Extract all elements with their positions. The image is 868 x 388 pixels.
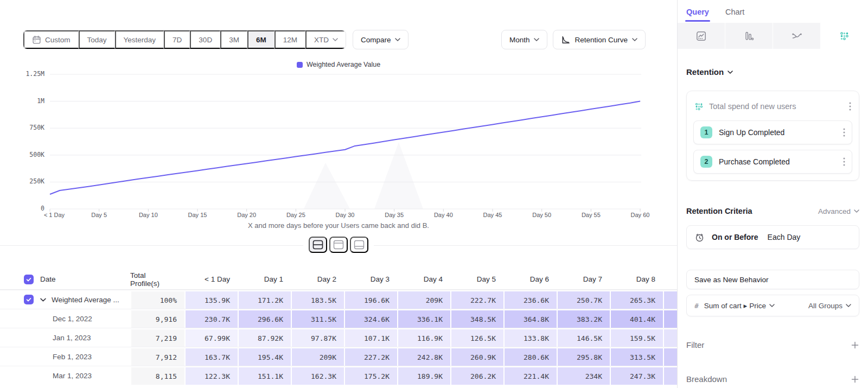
- tab-query[interactable]: Query: [686, 8, 709, 22]
- retention-value-cell[interactable]: 87.92K: [238, 328, 291, 347]
- retention-value-cell[interactable]: 295.8K: [557, 347, 610, 366]
- row-checkbox-checked[interactable]: [24, 275, 34, 284]
- retention-value-cell[interactable]: 230.7K: [184, 309, 238, 328]
- retention-value-cell[interactable]: 311.5K: [291, 309, 344, 328]
- retention-value-cell[interactable]: 107.1K: [344, 328, 397, 347]
- retention-value-cell[interactable]: 195.4K: [238, 347, 291, 366]
- column-header[interactable]: Day 1: [238, 269, 291, 289]
- chart-only-toggle[interactable]: [329, 237, 348, 253]
- column-header[interactable]: < 1 Day: [184, 269, 238, 289]
- expand-row-button[interactable]: [40, 298, 46, 302]
- kebab-icon: [843, 128, 845, 137]
- retention-value-cell[interactable]: 171.2K: [238, 290, 291, 309]
- criteria-mode-dropdown[interactable]: Advanced: [818, 207, 859, 215]
- retention-value-cell[interactable]: 336.1K: [397, 309, 450, 328]
- report-tab-retention[interactable]: [821, 23, 868, 49]
- report-tab-flows[interactable]: [773, 23, 821, 49]
- report-tab-funnels[interactable]: [725, 23, 773, 49]
- weighted-average-line[interactable]: [50, 101, 640, 194]
- table-row[interactable]: Weighted Average ...100%135.9K171.2K183.…: [0, 290, 677, 309]
- retention-value-cell[interactable]: 280.6K: [503, 347, 557, 366]
- retention-value-cell[interactable]: 247.3K: [610, 366, 663, 385]
- retention-value-cell[interactable]: 348.5K: [450, 309, 503, 328]
- retention-value-cell[interactable]: 260.9K: [450, 347, 503, 366]
- retention-value-cell[interactable]: 364.8K: [503, 309, 557, 328]
- retention-value-cell[interactable]: 116.9K: [397, 328, 450, 347]
- retention-value-cell[interactable]: 401.4K: [610, 309, 663, 328]
- behavior-menu-button[interactable]: [849, 102, 851, 111]
- retention-value-cell[interactable]: 209K: [291, 347, 344, 366]
- retention-value-cell[interactable]: 122.3K: [184, 366, 238, 385]
- split-view-icon: [312, 240, 323, 250]
- retention-value-cell[interactable]: 97.87K: [291, 328, 344, 347]
- retention-value-cell[interactable]: 175.2K: [344, 366, 397, 385]
- row-checkbox-checked[interactable]: [24, 295, 34, 304]
- column-header[interactable]: Day 8: [610, 269, 663, 289]
- clipped-value-cell: [663, 347, 677, 366]
- column-header[interactable]: Day 7: [557, 269, 610, 289]
- retention-value-cell[interactable]: 222.7K: [450, 290, 503, 309]
- table-row[interactable]: Jan 1, 20237,21967.99K87.92K97.87K107.1K…: [0, 328, 677, 347]
- retention-value-cell[interactable]: 227.2K: [344, 347, 397, 366]
- retention-value-cell[interactable]: 163.7K: [184, 347, 238, 366]
- row-label-cell: Jan 1, 2023: [0, 328, 130, 347]
- table-row[interactable]: Mar 1, 20238,115122.3K151.1K162.3K175.2K…: [0, 366, 677, 385]
- kebab-icon: [843, 157, 845, 166]
- criteria-card[interactable]: On or Before Each Day: [686, 225, 859, 249]
- column-header[interactable]: Day 6: [503, 269, 557, 289]
- column-header[interactable]: Day 5: [450, 269, 503, 289]
- retention-value-cell[interactable]: 265.3K: [610, 290, 663, 309]
- retention-value-cell[interactable]: 234K: [557, 366, 610, 385]
- retention-value-cell[interactable]: 189.9K: [397, 366, 450, 385]
- table-row[interactable]: Feb 1, 20237,912163.7K195.4K209K227.2K24…: [0, 347, 677, 366]
- table-only-toggle[interactable]: [350, 237, 368, 253]
- step-menu-button[interactable]: [843, 128, 845, 137]
- retention-value-cell[interactable]: 151.1K: [238, 366, 291, 385]
- retention-value-cell[interactable]: 296.6K: [238, 309, 291, 328]
- retention-value-cell[interactable]: 242.8K: [397, 347, 450, 366]
- save-as-new-behavior-button[interactable]: Save as New Behavior: [686, 270, 859, 289]
- behavior-step-1[interactable]: 1Sign Up Completed: [693, 120, 852, 144]
- report-tab-insights[interactable]: [678, 23, 725, 49]
- retention-value-cell[interactable]: 159.5K: [610, 328, 663, 347]
- behavior-step-2[interactable]: 2Purchase Completed: [693, 150, 852, 174]
- retention-value-cell[interactable]: 236.6K: [503, 290, 557, 309]
- retention-value-cell[interactable]: 133.8K: [503, 328, 557, 347]
- retention-value-cell[interactable]: 162.3K: [291, 366, 344, 385]
- background-watermark: [374, 142, 423, 209]
- step-menu-button[interactable]: [843, 157, 845, 166]
- retention-value-cell[interactable]: 183.5K: [291, 290, 344, 309]
- column-header[interactable]: Total Profile(s): [130, 269, 184, 289]
- retention-value-cell[interactable]: 250.7K: [557, 290, 610, 309]
- retention-value-cell[interactable]: 221.4K: [503, 366, 557, 385]
- retention-value-cell[interactable]: 146.5K: [557, 328, 610, 347]
- column-header[interactable]: Day 2: [291, 269, 344, 289]
- column-header[interactable]: Day 3: [344, 269, 397, 289]
- retention-icon: [839, 31, 850, 41]
- retention-value-cell[interactable]: 209K: [397, 290, 450, 309]
- add-filter-button[interactable]: [851, 341, 859, 349]
- retention-value-cell[interactable]: 67.99K: [184, 328, 238, 347]
- retention-value-cell[interactable]: 206.2K: [450, 366, 503, 385]
- criteria-condition: On or Before: [712, 233, 758, 241]
- column-header[interactable]: Day 4: [397, 269, 450, 289]
- all-groups-label: All Groups: [808, 302, 843, 310]
- criteria-unit: Each Day: [768, 233, 801, 241]
- add-breakdown-button[interactable]: [851, 375, 859, 384]
- retention-value-cell[interactable]: 196.6K: [344, 290, 397, 309]
- retention-value-cell[interactable]: 126.5K: [450, 328, 503, 347]
- retention-value-cell[interactable]: 383.2K: [557, 309, 610, 328]
- report-section-dropdown[interactable]: Retention: [686, 67, 859, 77]
- behavior-title: Total spend of new users: [709, 102, 844, 111]
- main-panel: CustomTodayYesterday7D30D3M6M12MXTD Comp…: [0, 0, 677, 388]
- all-groups-dropdown[interactable]: All Groups: [808, 302, 851, 310]
- retention-value-cell[interactable]: 313.5K: [610, 347, 663, 366]
- table-only-icon: [354, 240, 365, 250]
- split-view-toggle[interactable]: [309, 237, 327, 253]
- report-section-title: Retention: [686, 67, 724, 77]
- retention-value-cell[interactable]: 324.6K: [344, 309, 397, 328]
- tab-chart[interactable]: Chart: [725, 8, 744, 22]
- retention-value-cell[interactable]: 135.9K: [184, 290, 238, 309]
- table-row[interactable]: Dec 1, 20229,916230.7K296.6K311.5K324.6K…: [0, 309, 677, 328]
- property-path-dropdown[interactable]: Sum of cart ▸ Price: [704, 301, 803, 310]
